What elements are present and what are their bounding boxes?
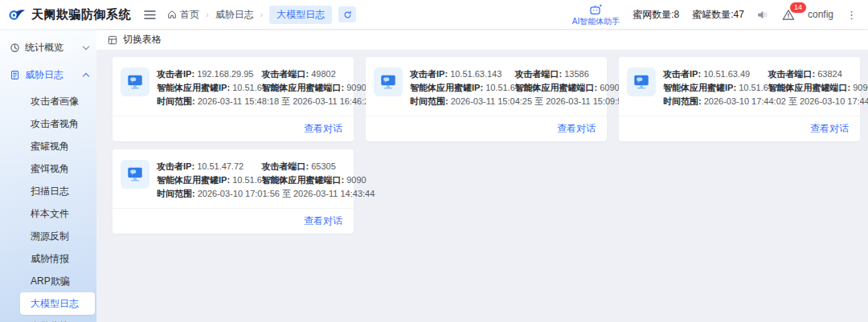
app-logo-icon	[8, 6, 26, 23]
card-info: 攻击者IP: 10.51.63.143 攻击者端口: 13586 智能体应用蜜罐…	[410, 67, 597, 111]
view-dialog-link[interactable]: 查看对话	[557, 122, 596, 136]
honeypot-port-value: 9090	[346, 175, 366, 185]
home-icon	[167, 10, 177, 19]
sidebar-item-honeypot-view[interactable]: 蜜罐视角	[0, 135, 96, 157]
view-dialog-link[interactable]: 查看对话	[810, 122, 849, 136]
time-range-value: 2026-03-10 17:44:02 至 2026-03-10 17:44:0…	[704, 96, 868, 106]
mute-speaker-button[interactable]	[757, 10, 769, 20]
app-brand: 天阑欺骗防御系统	[8, 6, 131, 23]
main-layout: 统计概览 威胁日志 攻击者画像 攻击者视角 蜜罐视角 蜜饵视角 扫描日志 样本文…	[0, 29, 868, 322]
honeypot-port-value: 6090	[600, 83, 619, 92]
attacker-port-label: 攻击者端口:	[261, 161, 309, 171]
attacker-port-value: 65305	[311, 161, 336, 171]
honeypot-port-label: 智能体应用蜜罐端口:	[261, 83, 344, 92]
sidebar-item-scan-logs[interactable]: 扫描日志	[0, 180, 96, 202]
attacker-ip-label: 攻击者IP:	[157, 161, 194, 171]
app-header: 天阑欺骗防御系统 首页 › 威胁日志 › 大模型日志	[0, 0, 868, 29]
card-footer: 查看对话	[113, 209, 354, 234]
honeypot-ip-label: 智能体应用蜜罐IP:	[663, 83, 736, 92]
alert-count-badge: 14	[789, 2, 807, 14]
honeypot-port-value: 9090	[853, 83, 868, 92]
app-title: 天阑欺骗防御系统	[31, 7, 131, 22]
time-range-value: 2026-03-10 17:01:56 至 2026-03-11 14:43:4…	[198, 189, 375, 198]
breadcrumb-section[interactable]: 威胁日志	[215, 8, 254, 22]
attacker-ip-value: 10.51.47.72	[197, 161, 244, 171]
llm-log-card: 攻击者IP: 10.51.63.49 攻击者端口: 63824 智能体应用蜜罐I…	[619, 57, 860, 141]
time-range-label: 时间范围:	[157, 96, 195, 106]
honeypot-ip-label: 智能体应用蜜罐IP:	[157, 83, 230, 92]
sidebar-item-attacker-view[interactable]: 攻击者视角	[0, 112, 96, 135]
card-info: 攻击者IP: 10.51.47.72 攻击者端口: 65305 智能体应用蜜罐I…	[157, 160, 344, 203]
ai-assistant-button[interactable]: AI智能体助手	[572, 3, 620, 26]
sidebar-item-threat-intel[interactable]: 威胁情报	[0, 247, 96, 270]
sidebar-group-stats[interactable]: 统计概览	[0, 35, 96, 59]
robot-icon	[589, 3, 603, 15]
sidebar-item-trace-counter[interactable]: 溯源反制	[0, 225, 96, 247]
breadcrumb-current[interactable]: 大模型日志	[269, 6, 332, 24]
attacker-port-label: 攻击者端口:	[768, 69, 815, 79]
sidebar-item-alarm-monitor[interactable]: 告警监控	[0, 315, 96, 322]
more-menu-icon[interactable]: ⋮	[846, 9, 857, 21]
card-info: 攻击者IP: 192.168.29.95 攻击者端口: 49802 智能体应用蜜…	[157, 67, 344, 111]
sidebar-group-label: 统计概览	[25, 41, 79, 55]
switch-table-label: 切换表格	[123, 33, 162, 47]
attacker-ip-label: 攻击者IP:	[410, 69, 448, 79]
llm-log-card-grid: 攻击者IP: 192.168.29.95 攻击者端口: 49802 智能体应用蜜…	[96, 50, 868, 322]
card-body: 攻击者IP: 10.51.63.143 攻击者端口: 13586 智能体应用蜜罐…	[366, 57, 607, 111]
sidebar-group-threat-logs[interactable]: 威胁日志	[0, 63, 96, 87]
card-footer: 查看对话	[619, 116, 860, 141]
attacker-port-label: 攻击者端口:	[261, 69, 309, 79]
alert-warning-button[interactable]: 14	[782, 9, 795, 21]
card-body: 攻击者IP: 10.51.47.72 攻击者端口: 65305 智能体应用蜜罐I…	[113, 149, 354, 203]
switch-table-button[interactable]: 切换表格	[107, 33, 162, 47]
honeypot-ip-label: 智能体应用蜜罐IP:	[410, 83, 483, 92]
sidebar-item-llm-logs[interactable]: 大模型日志	[20, 292, 95, 315]
breadcrumb-separator: ›	[206, 10, 209, 19]
card-body: 攻击者IP: 10.51.63.49 攻击者端口: 63824 智能体应用蜜罐I…	[619, 57, 860, 111]
attacker-port-value: 63824	[817, 69, 842, 79]
sidebar-item-sample-files[interactable]: 样本文件	[0, 202, 96, 225]
sidebar-item-bait-view[interactable]: 蜜饵视角	[0, 157, 96, 180]
time-range-label: 时间范围:	[410, 96, 448, 106]
time-range-label: 时间范围:	[157, 189, 195, 198]
breadcrumb-home[interactable]: 首页	[167, 8, 199, 22]
card-footer: 查看对话	[113, 116, 354, 141]
llm-log-card: 攻击者IP: 10.51.63.143 攻击者端口: 13586 智能体应用蜜罐…	[366, 57, 607, 141]
llm-log-card: 攻击者IP: 192.168.29.95 攻击者端口: 49802 智能体应用蜜…	[113, 57, 354, 141]
content-area: 切换表格	[96, 29, 868, 322]
time-range-value: 2026-03-11 15:48:18 至 2026-03-11 16:46:2…	[198, 96, 375, 106]
attacker-port-value: 13586	[564, 69, 589, 79]
sidebar-group-label: 威胁日志	[25, 68, 79, 82]
view-dialog-link[interactable]: 查看对话	[304, 214, 342, 228]
honeypot-port-value: 9090	[346, 83, 366, 92]
breadcrumb: 首页 › 威胁日志 › 大模型日志	[167, 6, 356, 24]
honeypot-count: 蜜罐数量:47	[692, 8, 744, 22]
ai-assistant-label: AI智能体助手	[572, 17, 620, 26]
breadcrumb-separator: ›	[260, 10, 264, 19]
attacker-ip-label: 攻击者IP:	[157, 69, 194, 79]
refresh-button[interactable]	[338, 6, 356, 22]
time-range-value: 2026-03-11 15:04:25 至 2026-03-11 15:09:5…	[451, 96, 628, 106]
attacker-ip-value: 192.168.29.95	[197, 69, 253, 79]
sidebar-item-arp-spoof[interactable]: ARP欺骗	[0, 270, 96, 292]
stats-overview-icon	[10, 43, 20, 53]
menu-collapse-icon[interactable]	[144, 10, 156, 20]
attacker-ip-value: 10.51.63.49	[703, 69, 750, 79]
config-menu[interactable]: config	[808, 9, 833, 20]
content-toolbar: 切换表格	[96, 29, 868, 50]
attacker-port-value: 49802	[311, 69, 336, 79]
table-layout-icon	[107, 35, 118, 46]
honeynet-count: 蜜网数量:8	[633, 8, 679, 22]
monitor-icon	[121, 67, 149, 96]
attacker-ip-value: 10.51.63.143	[450, 69, 502, 79]
honeypot-port-label: 智能体应用蜜罐端口:	[768, 83, 850, 92]
header-actions: AI智能体助手 蜜网数量:8 蜜罐数量:47 14 config ⋮	[572, 3, 857, 26]
attacker-ip-label: 攻击者IP:	[663, 69, 701, 79]
honeypot-port-label: 智能体应用蜜罐端口:	[261, 175, 344, 185]
monitor-icon	[121, 160, 149, 189]
honeypot-ip-label: 智能体应用蜜罐IP:	[157, 175, 230, 185]
sidebar-item-attacker-profile[interactable]: 攻击者画像	[0, 90, 96, 112]
view-dialog-link[interactable]: 查看对话	[304, 122, 342, 136]
breadcrumb-home-label: 首页	[180, 8, 199, 22]
llm-log-card: 攻击者IP: 10.51.47.72 攻击者端口: 65305 智能体应用蜜罐I…	[113, 149, 354, 234]
